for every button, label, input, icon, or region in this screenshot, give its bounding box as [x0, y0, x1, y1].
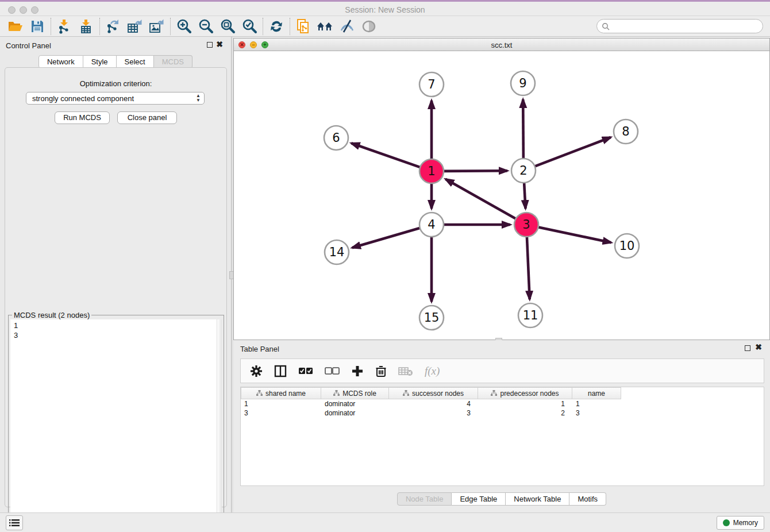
delete-column-trash-icon[interactable] — [375, 363, 387, 380]
table-panel-title: Table Panel — [240, 345, 279, 353]
open-file-icon[interactable] — [5, 17, 26, 36]
cell-successor-nodes[interactable]: 4 — [389, 399, 478, 408]
tab-network[interactable]: Network — [38, 55, 83, 68]
cell-predecessor-nodes[interactable]: 1 — [478, 399, 572, 408]
zoom-selected-icon[interactable] — [238, 17, 260, 36]
delete-table-icon[interactable] — [398, 363, 413, 380]
node-table[interactable]: shared nameMCDS rolesuccessor nodesprede… — [240, 387, 764, 486]
clone-network-icon[interactable] — [292, 17, 314, 36]
import-table-icon[interactable] — [75, 17, 97, 36]
cell-successor-nodes[interactable]: 3 — [389, 408, 478, 418]
edge-1-2[interactable] — [442, 171, 507, 171]
svg-text:15: 15 — [424, 311, 440, 325]
import-network-icon[interactable] — [53, 17, 75, 36]
run-mcds-button[interactable]: Run MCDS — [55, 111, 110, 124]
node-3[interactable]: 3 — [514, 213, 538, 237]
control-panel-tabs: NetworkStyleSelectMCDS — [0, 55, 231, 68]
node-1[interactable]: 1 — [419, 159, 444, 183]
control-panel-float-icon[interactable] — [207, 42, 213, 48]
tab-mcds[interactable]: MCDS — [154, 55, 192, 68]
window-titlebar: Session: New Session — [0, 0, 770, 16]
table-toolbar: f(x) — [240, 358, 764, 383]
network-canvas[interactable]: 7968124314101511 — [234, 51, 769, 340]
cell-name[interactable]: 3 — [572, 408, 621, 418]
node-table-body: 1dominator4113dominator323 — [241, 399, 764, 418]
node-11[interactable]: 11 — [518, 303, 542, 327]
create-column-plus-icon[interactable] — [351, 363, 364, 380]
column-header-shared-name[interactable]: shared name — [241, 387, 321, 399]
node-8[interactable]: 8 — [614, 119, 638, 144]
node-14[interactable]: 14 — [325, 240, 349, 264]
cell-shared-name[interactable]: 3 — [241, 408, 321, 418]
close-panel-button[interactable]: Close panel — [117, 111, 177, 124]
edge-4-14[interactable] — [352, 228, 422, 248]
table-row[interactable]: 1dominator411 — [241, 399, 764, 408]
edge-2-8[interactable] — [533, 137, 611, 167]
svg-text:6: 6 — [332, 131, 340, 145]
svg-text:7: 7 — [428, 78, 435, 91]
cell-MCDS-role[interactable]: dominator — [321, 408, 389, 418]
zoom-in-icon[interactable] — [173, 17, 195, 36]
network-window-titlebar[interactable]: ✕ − + scc.txt — [234, 38, 769, 51]
search-box[interactable] — [596, 19, 763, 33]
zoom-out-icon[interactable] — [195, 17, 217, 36]
column-header-predecessor-nodes[interactable]: predecessor nodes — [478, 387, 572, 399]
search-input[interactable] — [610, 22, 763, 30]
tab-node-table[interactable]: Node Table — [397, 492, 452, 506]
node-7[interactable]: 7 — [419, 72, 444, 97]
mcds-result-text[interactable]: 1 3 — [10, 319, 217, 531]
node-9[interactable]: 9 — [511, 71, 535, 95]
tab-network-table[interactable]: Network Table — [506, 492, 569, 506]
refresh-layout-icon[interactable] — [265, 17, 287, 36]
select-all-columns-icon[interactable] — [298, 363, 313, 380]
function-builder-icon[interactable]: f(x) — [425, 363, 440, 380]
node-table-header: shared nameMCDS rolesuccessor nodesprede… — [241, 387, 764, 399]
mcds-result-scrollbar[interactable] — [217, 319, 222, 531]
zoom-fit-icon[interactable] — [217, 17, 238, 36]
svg-text:1: 1 — [428, 164, 435, 178]
node-15[interactable]: 15 — [419, 306, 444, 330]
edge-1-6[interactable] — [351, 143, 422, 168]
show-all-icon[interactable] — [358, 17, 380, 36]
node-6[interactable]: 6 — [324, 126, 348, 150]
criterion-value: strongly connected component — [32, 94, 134, 103]
edge-2-3[interactable] — [524, 181, 526, 209]
control-panel-close-icon[interactable]: ✖ — [216, 40, 223, 49]
save-session-icon[interactable] — [26, 17, 48, 36]
node-2[interactable]: 2 — [511, 159, 536, 183]
cell-name[interactable]: 1 — [572, 399, 621, 408]
cell-shared-name[interactable]: 1 — [241, 399, 321, 408]
column-header-successor-nodes[interactable]: successor nodes — [389, 387, 478, 399]
table-settings-gear-icon[interactable] — [250, 363, 263, 380]
criterion-dropdown[interactable]: strongly connected component ▲▼ — [26, 92, 205, 105]
edge-2-9[interactable] — [523, 99, 523, 160]
hide-selected-icon[interactable] — [336, 17, 358, 36]
tab-style[interactable]: Style — [83, 55, 117, 68]
table-panel-close-icon[interactable]: ✖ — [755, 342, 762, 352]
export-table-icon[interactable] — [124, 17, 146, 36]
memory-button[interactable]: Memory — [717, 516, 764, 530]
deselect-all-columns-icon[interactable] — [325, 363, 340, 380]
export-image-icon[interactable] — [146, 17, 168, 36]
show-column-panel-icon[interactable] — [274, 363, 287, 380]
tab-edge-table[interactable]: Edge Table — [452, 492, 506, 506]
cell-predecessor-nodes[interactable]: 2 — [478, 408, 572, 418]
node-10[interactable]: 10 — [615, 234, 639, 258]
edge-3-11[interactable] — [527, 235, 530, 299]
node-4[interactable]: 4 — [419, 213, 444, 237]
tab-motifs[interactable]: Motifs — [569, 492, 606, 506]
tab-select[interactable]: Select — [117, 55, 154, 68]
table-panel-float-icon[interactable] — [745, 345, 750, 351]
column-header-MCDS-role[interactable]: MCDS role — [321, 387, 389, 399]
edge-3-1[interactable] — [445, 179, 517, 219]
edge-3-10[interactable] — [537, 227, 611, 242]
first-neighbors-icon[interactable] — [314, 17, 336, 36]
task-history-button[interactable] — [6, 515, 23, 530]
cell-MCDS-role[interactable]: dominator — [321, 399, 389, 408]
column-header-name[interactable]: name — [572, 387, 621, 399]
svg-text:3: 3 — [522, 218, 530, 232]
export-network-icon[interactable] — [102, 17, 124, 36]
table-row[interactable]: 3dominator323 — [241, 408, 764, 418]
search-icon — [602, 22, 610, 30]
svg-text:9: 9 — [519, 76, 526, 90]
